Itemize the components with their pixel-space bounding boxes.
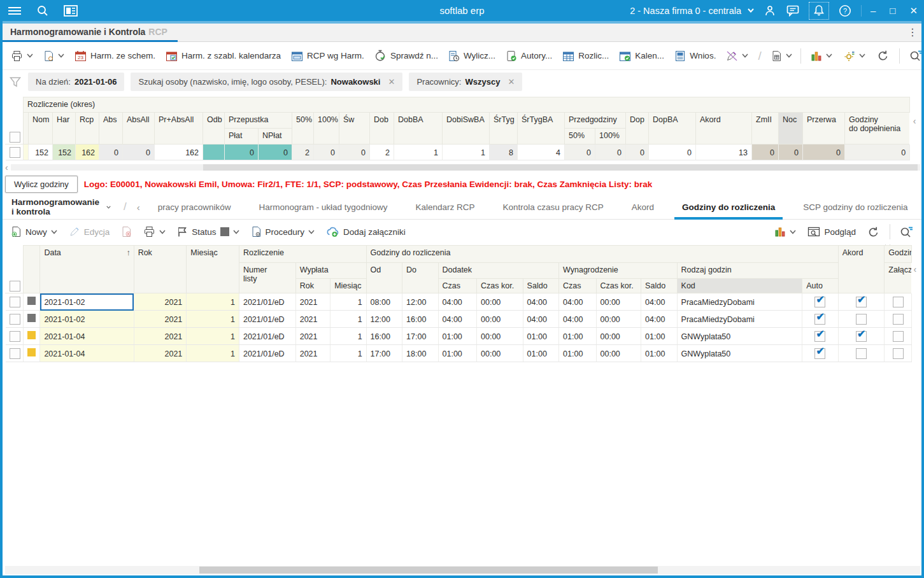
col-header-noc[interactable]: Noc [779,113,803,144]
cell-pr-absall[interactable]: 162 [155,144,203,160]
row-checkbox[interactable] [10,314,20,325]
wylicz-godziny-button[interactable]: Wylicz godziny [5,176,78,193]
col-header-numer-listy[interactable]: Numer listy [239,263,295,293]
col-header-odb[interactable]: Odb [203,113,225,144]
col-header-abs[interactable]: Abs [99,113,123,144]
akord-checkbox[interactable] [856,348,867,359]
cell-kod[interactable]: GNWyplata50 [677,328,802,345]
cell-akord[interactable]: 13 [696,144,752,160]
wylicz-button[interactable]: Wylicz... [446,48,497,64]
cell-srtyg[interactable]: 8 [490,144,518,160]
col-header-rok[interactable]: Rok [134,246,187,293]
cell-dodatek-czas[interactable]: 04:00 [438,311,477,328]
cell-kod[interactable]: GNWyplata50 [677,345,802,362]
clear-filter-icon[interactable]: ✕ [508,77,515,87]
cell-numer-listy[interactable]: 2021/01/eD [239,328,295,345]
cell-wynagrodzenie-saldo[interactable]: 01:00 [641,345,677,362]
cell-har[interactable]: 152 [53,144,76,160]
cell-wyplata-rok[interactable]: 2021 [295,293,330,311]
cell-przerwa[interactable]: 0 [803,144,845,160]
cell-wynagrodzenie-czas[interactable]: 04:00 [559,293,596,311]
col-header-rcp[interactable]: Rcp [76,113,99,144]
scroll-left-icon[interactable]: ‹ [913,116,916,126]
new-button[interactable]: Nowy [9,223,59,240]
cell-dodatek-czas[interactable]: 04:00 [438,293,477,311]
sign-button[interactable] [724,48,750,64]
auto-checkbox[interactable] [814,314,825,325]
table-row[interactable]: 2021-01-04 2021 1 2021/01/eD 2021 1 16:0… [6,328,919,345]
col-header-dodatek-czas[interactable]: Czas [438,279,477,293]
cell-godziny-do-dopelnienia[interactable]: 0 [845,144,910,160]
cell-dob[interactable]: 2 [370,144,394,160]
cell-dodatek-czas-kor[interactable]: 00:00 [477,345,523,362]
zalacznik-checkbox[interactable] [893,331,904,342]
col-header-akord[interactable]: Akord [696,113,752,144]
filter-chip-person[interactable]: Szukaj osoby (nazwisko, imię, logo osoby… [131,73,402,91]
cell-dodatek-saldo[interactable]: 04:00 [523,311,558,328]
print-button-2[interactable] [141,223,167,240]
auto-checkbox[interactable] [814,348,825,359]
add-attachments-button[interactable]: Dodaj załączniki [324,223,408,240]
col-header-absall[interactable]: AbsAll [123,113,155,144]
sprawdz-button[interactable]: Sprawdź n... [373,47,440,64]
cell-od[interactable]: 08:00 [366,293,402,311]
col-header-przepustka[interactable]: Przepustka [225,113,292,129]
col-header-srtygba[interactable]: ŚrTygBA [518,113,565,144]
table-row[interactable]: 2021-01-04 2021 1 2021/01/eD 2021 1 17:0… [6,345,919,362]
bell-icon[interactable] [812,4,826,18]
auto-checkbox[interactable] [814,297,825,307]
col-header-auto[interactable]: Auto [802,279,839,293]
col-header-zalacz[interactable]: Załącz [885,263,911,293]
cell-miesiac[interactable]: 1 [187,293,239,311]
cell-kod[interactable]: PracaMiedzyDobami [677,293,802,311]
col-header-kod[interactable]: Kod [677,279,802,293]
cell-wynagrodzenie-czas[interactable]: 04:00 [559,311,596,328]
cell-dobba[interactable]: 1 [394,144,443,160]
row-checkbox[interactable] [10,348,20,359]
col-header-50[interactable]: 50% [292,113,314,144]
more-options-icon[interactable]: ⋮ [907,26,918,38]
search-filter-button[interactable] [907,47,924,64]
col-header-wynagrodzenie[interactable]: Wynagrodzenie [559,263,678,279]
cell-numer-listy[interactable]: 2021/01/eD [239,311,295,328]
help-icon[interactable]: ? [838,4,852,18]
cell-nplat[interactable]: 0 [259,144,292,160]
wnios-button[interactable]: Wnios. [672,48,718,64]
cell-wyplata-rok[interactable]: 2021 [295,328,330,345]
col-header-wyplata-miesiac[interactable]: Miesiąc [331,279,366,293]
scrollbar-thumb[interactable] [203,164,918,171]
cell-dodatek-czas[interactable]: 01:00 [438,345,477,362]
cell-wyplata-rok[interactable]: 2021 [295,311,330,328]
col-header-przerwa[interactable]: Przerwa [803,113,845,144]
tab-kalendarz-rcp[interactable]: Kalendarz RCP [401,196,488,218]
tab-kontrola-czasu-pracy-rcp[interactable]: Kontrola czasu pracy RCP [488,196,617,218]
cell-przed-100[interactable]: 0 [595,144,626,160]
col-header-akord[interactable]: Akord [838,246,885,293]
grid-settings-button[interactable] [842,48,867,64]
cell-miesiac[interactable]: 1 [187,328,239,345]
col-header-srtyg[interactable]: ŚrTyg [490,113,518,144]
user-icon[interactable] [763,4,777,18]
col-header-przed-50[interactable]: 50% [565,129,595,144]
refresh-button[interactable] [875,47,892,64]
autory-button[interactable]: Autory... [504,48,554,64]
akord-checkbox[interactable] [856,331,867,342]
row-checkbox[interactable] [10,331,20,342]
cell-wynagrodzenie-czas-kor[interactable]: 00:00 [596,345,641,362]
cell-wyplata-miesiac[interactable]: 1 [331,328,366,345]
cell-dodatek-czas-kor[interactable]: 00:00 [477,311,523,328]
cell-wynagrodzenie-czas-kor[interactable]: 00:00 [596,293,641,311]
cell-nom[interactable]: 152 [29,144,53,160]
col-header-godzin[interactable]: Godzin [885,246,911,263]
col-header-godziny-do-rozliczenia[interactable]: Godziny do rozliczenia [366,246,838,263]
filter-chip-workers[interactable]: Pracownicy: Wszyscy ✕ [409,73,522,91]
cell-srtygba[interactable]: 4 [518,144,565,160]
chart-button-2[interactable] [772,223,798,240]
col-header-wynagrodzenie-czas-kor[interactable]: Czas kor. [596,279,641,293]
cell-noc[interactable]: 0 [779,144,803,160]
tab-akord[interactable]: Akord [618,196,668,218]
cell-od[interactable]: 12:00 [366,311,402,328]
col-header-rozliczenie[interactable]: Rozliczenie [239,246,366,263]
cell-numer-listy[interactable]: 2021/01/eD [239,345,295,362]
col-header-do[interactable]: Do [402,263,438,293]
